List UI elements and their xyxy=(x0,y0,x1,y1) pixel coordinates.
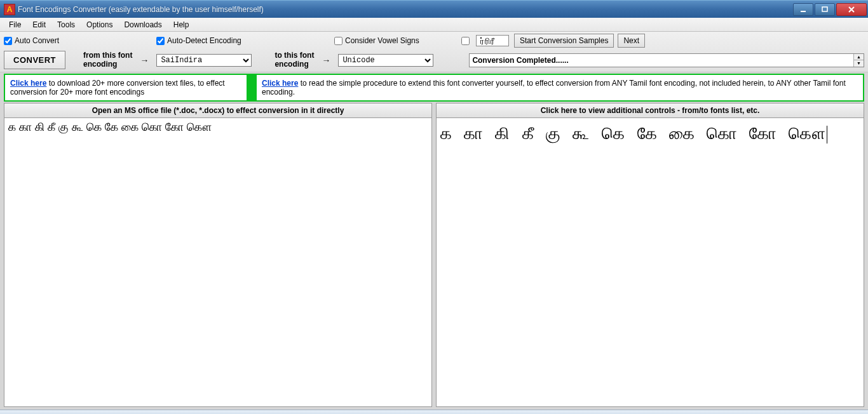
menu-file[interactable]: File xyxy=(4,19,26,30)
additional-controls-button[interactable]: Click here to view additional controls -… xyxy=(436,103,864,118)
text-cursor xyxy=(827,126,827,144)
to-encoding-select[interactable]: Unicode xyxy=(338,54,433,67)
svg-rect-1 xyxy=(822,7,827,11)
window-controls xyxy=(792,3,867,16)
auto-convert-label: Auto Convert xyxy=(15,36,59,45)
info-right-text: to read the simple procedure to extend t… xyxy=(262,79,846,97)
to-encoding-label: to this font encoding xyxy=(275,51,314,68)
output-text-area[interactable]: க கா கி கீ கு கூ கெ கே கை கொ கோ கௌ xyxy=(436,118,864,407)
status-text: Conversion Completed...... xyxy=(472,56,568,65)
minimize-icon xyxy=(799,6,807,13)
auto-detect-option[interactable]: Auto-Detect Encoding xyxy=(156,36,334,45)
menu-downloads[interactable]: Downloads xyxy=(119,19,166,30)
auto-convert-checkbox[interactable] xyxy=(4,37,12,45)
extend-link[interactable]: Click here xyxy=(262,79,298,88)
info-left-panel: Click here to download 20+ more conversi… xyxy=(5,75,247,100)
open-office-file-button[interactable]: Open an MS office file (*.doc, *.docx) t… xyxy=(4,103,432,118)
sample-text-box: ர்ரிரீ xyxy=(476,35,509,46)
download-link[interactable]: Click here xyxy=(10,79,46,88)
auto-convert-option[interactable]: Auto Convert xyxy=(4,36,144,45)
spinner-up-icon[interactable]: ▲ xyxy=(854,54,864,61)
arrow-icon: → xyxy=(137,55,151,65)
convert-button[interactable]: CONVERT xyxy=(4,51,65,69)
next-button[interactable]: Next xyxy=(618,34,645,48)
source-text: க கா கி கீ கு கூ கெ கே கை கொ கோ கௌ xyxy=(8,121,212,133)
auto-detect-label: Auto-Detect Encoding xyxy=(167,36,241,45)
status-bar: Conversion Completed...... ▲ ▼ xyxy=(469,53,864,67)
taskbar xyxy=(0,410,868,414)
sample-checkbox[interactable] xyxy=(461,37,470,45)
panels-body: க கா கி கீ கு கூ கெ கே கை கொ கோ கௌ க கா … xyxy=(4,118,864,407)
close-button[interactable] xyxy=(836,3,867,16)
from-encoding-label: from this font encoding xyxy=(83,51,132,68)
minimize-button[interactable] xyxy=(793,3,813,16)
info-strip: Click here to download 20+ more conversi… xyxy=(4,74,864,102)
auto-detect-checkbox[interactable] xyxy=(156,37,165,45)
window-titlebar: A Font Encodings Converter (easily exten… xyxy=(0,0,868,18)
consider-vowel-checkbox[interactable] xyxy=(334,37,342,45)
info-right-panel: Click here to read the simple procedure … xyxy=(257,75,863,100)
menu-help[interactable]: Help xyxy=(168,19,194,30)
toolbar-row-options: Auto Convert Auto-Detect Encoding Consid… xyxy=(4,34,864,47)
window-title: Font Encodings Converter (easily extenda… xyxy=(18,5,792,14)
sample-option[interactable] xyxy=(461,37,470,45)
close-icon xyxy=(848,6,855,13)
consider-vowel-option[interactable]: Consider Vowel Signs xyxy=(334,36,461,45)
spinner-down-icon[interactable]: ▼ xyxy=(854,60,864,67)
arrow-icon: → xyxy=(319,55,333,65)
start-samples-button[interactable]: Start Conversion Samples xyxy=(514,34,614,48)
menu-edit[interactable]: Edit xyxy=(27,19,51,30)
menu-bar: File Edit Tools Options Downloads Help xyxy=(0,18,868,32)
from-encoding-select[interactable]: SaiIndira xyxy=(156,54,252,67)
maximize-button[interactable] xyxy=(815,3,835,16)
menu-tools[interactable]: Tools xyxy=(52,19,80,30)
svg-rect-0 xyxy=(801,11,806,12)
status-spinner[interactable]: ▲ ▼ xyxy=(853,54,864,67)
consider-vowel-label: Consider Vowel Signs xyxy=(345,36,419,45)
output-text: க கா கி கீ கு கூ கெ கே கை கொ கோ கௌ xyxy=(440,124,829,143)
app-icon: A xyxy=(4,4,15,15)
maximize-icon xyxy=(821,6,829,13)
source-text-area[interactable]: க கா கி கீ கு கூ கெ கே கை கொ கோ கௌ xyxy=(4,118,432,407)
info-separator xyxy=(247,75,257,100)
menu-options[interactable]: Options xyxy=(81,19,118,30)
panels-header: Open an MS office file (*.doc, *.docx) t… xyxy=(4,103,864,118)
toolbar: Auto Convert Auto-Detect Encoding Consid… xyxy=(0,32,868,72)
toolbar-row-convert: CONVERT from this font encoding → SaiInd… xyxy=(4,51,864,69)
